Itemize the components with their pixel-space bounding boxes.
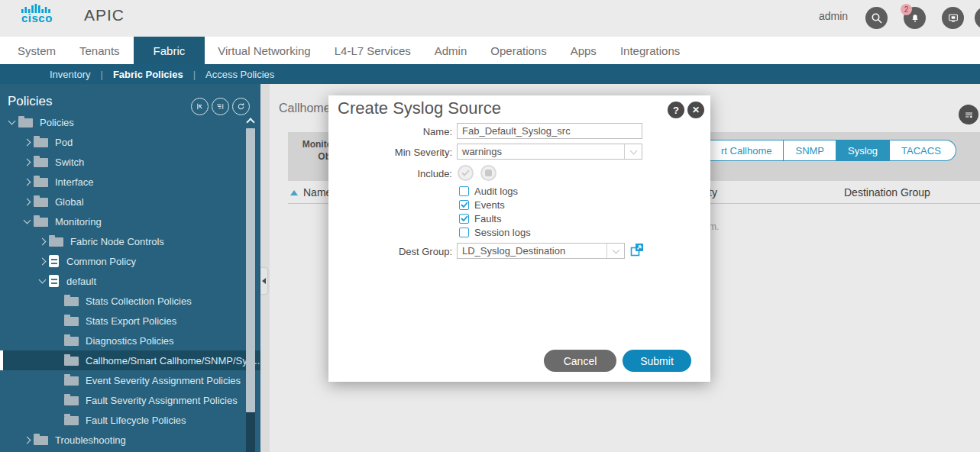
tree-item-pod[interactable]: Pod — [0, 132, 260, 152]
chevron-right-icon[interactable] — [20, 140, 34, 145]
nav-tab-tenants[interactable]: Tenants — [79, 37, 120, 64]
scrollbar-thumb[interactable] — [246, 128, 255, 412]
chevron-right-icon[interactable] — [35, 239, 49, 244]
subnav-item-inventory[interactable]: Inventory — [50, 69, 90, 80]
include-label: Include: — [328, 168, 452, 179]
chevron-down-icon[interactable] — [5, 121, 18, 124]
tree-item-interface[interactable]: Interface — [0, 172, 260, 192]
search-button[interactable] — [865, 7, 888, 29]
column-name-label: Name — [303, 186, 332, 199]
chevron-right-icon[interactable] — [20, 179, 34, 185]
help-icon: ? — [673, 105, 679, 116]
tree-item-switch[interactable]: Switch — [0, 152, 260, 172]
apic-window: cisco APIC admin 2 SystemTenants — [0, 0, 980, 452]
tree-item-common-policy[interactable]: Common Policy — [0, 251, 260, 271]
policy-type-tabs: rt CallhomeSNMPSyslogTACACS — [710, 140, 956, 161]
tree-item-label: Interface — [55, 176, 94, 188]
cisco-logo: cisco — [21, 4, 53, 24]
scroll-up-arrow-icon[interactable] — [246, 118, 254, 126]
chevron-right-icon[interactable] — [35, 259, 49, 264]
min-severity-select[interactable]: warnings — [457, 144, 642, 160]
notifications-button[interactable]: 2 — [904, 7, 926, 29]
tab-syslog[interactable]: Syslog — [836, 140, 890, 161]
name-field[interactable] — [457, 123, 642, 139]
system-tools-button[interactable] — [942, 7, 964, 29]
nav-tab-apps[interactable]: Apps — [571, 37, 597, 64]
checkbox-faults[interactable] — [459, 214, 469, 224]
subnav-item-access-policies[interactable]: Access Policies — [205, 69, 274, 80]
nav-tab-integrations[interactable]: Integrations — [620, 37, 680, 64]
tab-tacacs[interactable]: TACACS — [890, 140, 956, 161]
chevron-right-icon[interactable] — [20, 437, 34, 443]
tree-item-stats-collection-policies[interactable]: Stats Collection Policies — [0, 291, 260, 311]
tree-item-global[interactable]: Global — [0, 192, 260, 211]
nav-tab-system[interactable]: System — [18, 37, 56, 64]
folder-icon — [64, 337, 79, 346]
column-settings-icon — [963, 109, 975, 121]
separator: | — [100, 69, 102, 80]
nav-tab-fabric[interactable]: Fabric — [134, 37, 205, 64]
dialog-title: Create Syslog Source — [338, 98, 501, 118]
tree-item-fault-lifecycle-policies[interactable]: Fault Lifecycle Policies — [0, 410, 260, 430]
tree-item-label: Pod — [55, 137, 73, 148]
sidebar-collapse-handle[interactable] — [260, 268, 267, 294]
separator: | — [193, 69, 196, 80]
user-menu-button[interactable] — [975, 7, 980, 29]
tree-item-event-severity-assignment-policies[interactable]: Event Severity Assignment Policies — [0, 370, 260, 390]
tree-item-troubleshooting[interactable]: Troubleshooting — [0, 430, 260, 450]
nav-tab-l4-l7-services[interactable]: L4-L7 Services — [335, 37, 411, 64]
select-all-button[interactable] — [458, 165, 474, 181]
checkbox-label: Audit logs — [474, 186, 518, 197]
refresh-icon — [236, 102, 246, 111]
help-button[interactable]: ? — [668, 102, 684, 118]
column-header-destination-group[interactable]: Destination Group — [844, 186, 930, 199]
username[interactable]: admin — [819, 10, 848, 22]
nav-tab-virtual-networking[interactable]: Virtual Networking — [218, 37, 310, 64]
chevron-right-icon[interactable] — [20, 160, 34, 165]
checkbox-events[interactable] — [459, 200, 469, 210]
screen-icon — [947, 12, 959, 24]
sidebar-scrollbar[interactable] — [246, 118, 255, 452]
tree-item-callhome-smart-callhome-snmp-sysl[interactable]: Callhome/Smart Callhome/SNMP/Sysl... — [0, 350, 260, 370]
chevron-down-icon[interactable] — [624, 144, 642, 159]
folder-icon — [18, 118, 33, 128]
tree-item-fault-severity-assignment-policies[interactable]: Fault Severity Assignment Policies — [0, 390, 260, 410]
search-icon — [871, 12, 883, 24]
nav-tab-admin[interactable]: Admin — [435, 37, 467, 64]
open-dest-group-button[interactable] — [630, 243, 644, 260]
chevron-right-icon[interactable] — [20, 199, 34, 205]
deselect-all-button[interactable] — [480, 165, 496, 181]
nav-tabs: SystemTenantsFabricVirtual NetworkingL4-… — [0, 37, 980, 64]
tab-snmp[interactable]: SNMP — [784, 140, 836, 161]
folder-icon — [64, 376, 79, 386]
column-header-name[interactable]: Name — [290, 186, 332, 199]
tree-item-label: Policies — [40, 117, 74, 128]
tree-item-label: Switch — [55, 157, 84, 168]
tree-item-monitoring[interactable]: Monitoring — [0, 211, 260, 231]
folder-icon — [64, 396, 79, 405]
subnav-item-fabric-policies[interactable]: Fabric Policies — [113, 69, 183, 80]
cancel-button[interactable]: Cancel — [544, 350, 616, 372]
locate-icon — [195, 102, 205, 111]
table-options-button[interactable] — [959, 105, 978, 124]
notification-badge: 2 — [901, 4, 912, 15]
tree-item-label: Callhome/Smart Callhome/SNMP/Sysl... — [86, 355, 260, 366]
tab-rt-callhome[interactable]: rt Callhome — [710, 140, 784, 161]
folder-icon — [64, 416, 79, 425]
checkbox-session-logs[interactable] — [459, 228, 469, 237]
subnav-items: Inventory|Fabric Policies|Access Policie… — [0, 64, 980, 84]
tree-item-diagnostics-policies[interactable]: Diagnostics Policies — [0, 331, 260, 350]
tree-item-policies[interactable]: Policies — [0, 112, 260, 132]
close-button[interactable]: ✕ — [687, 102, 704, 118]
nav-tab-operations[interactable]: Operations — [490, 37, 546, 64]
tree-item-default[interactable]: default — [0, 271, 260, 291]
chevron-down-icon[interactable] — [35, 279, 49, 282]
submit-button[interactable]: Submit — [623, 350, 691, 372]
chevron-down-icon[interactable] — [606, 244, 624, 258]
checkbox-audit-logs[interactable] — [459, 186, 469, 196]
tree-item-fabric-node-controls[interactable]: Fabric Node Controls — [0, 231, 260, 251]
folder-icon — [34, 178, 48, 187]
chevron-down-icon[interactable] — [20, 220, 34, 223]
dest-group-select[interactable]: LD_Syslog_Destination — [457, 243, 625, 259]
tree-item-stats-export-policies[interactable]: Stats Export Policies — [0, 311, 260, 331]
